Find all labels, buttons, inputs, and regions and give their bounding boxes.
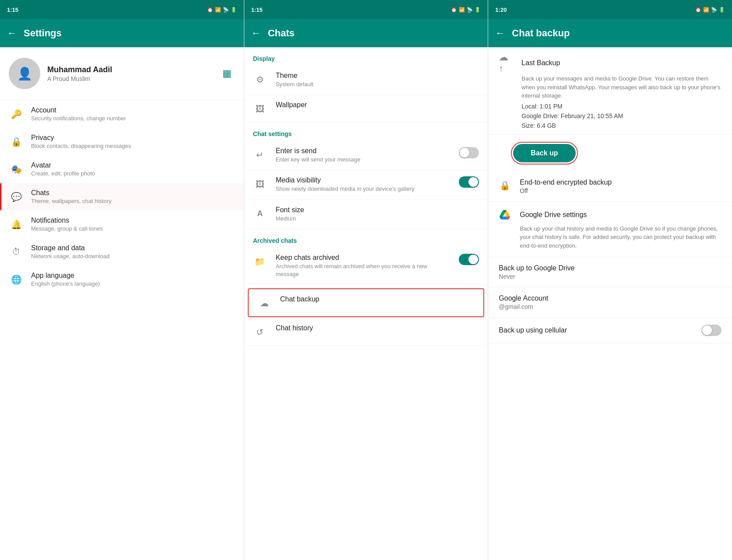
back-button-3[interactable]: ← — [495, 28, 505, 39]
settings-item-chats[interactable]: 💬 Chats Theme, wallpapers, chat history — [0, 183, 244, 210]
backup-button-border: Back up — [511, 142, 577, 164]
enter-send-title: Enter is send — [276, 147, 450, 155]
back-button-2[interactable]: ← — [251, 28, 261, 39]
keep-archived-item[interactable]: 📁 Keep chats archived Archived chats wil… — [244, 248, 488, 285]
privacy-sub: Block contacts, disappearing messages — [31, 143, 235, 149]
avatar-title: Avatar — [31, 161, 235, 169]
settings-item-avatar[interactable]: 🎭 Avatar Create, edit, profile photo — [0, 155, 244, 183]
privacy-icon: 🔒 — [10, 136, 22, 148]
wifi-icon: 📶 — [215, 7, 221, 13]
time-3: 1:20 — [495, 7, 507, 13]
media-visibility-item[interactable]: 🖼 Media visibility Show newly downloaded… — [244, 170, 488, 200]
language-title: App language — [31, 272, 235, 280]
font-size-title: Font size — [276, 206, 479, 214]
status-bar-3: 1:20 ⏰ 📶 📡 🔋 — [488, 0, 732, 19]
alarm-icon-3: ⏰ — [695, 7, 701, 13]
privacy-title: Privacy — [31, 134, 235, 142]
account-title: Account — [31, 106, 235, 114]
enter-send-sub: Enter key will send your message — [276, 156, 450, 164]
account-sub: Security notifications, change number — [31, 115, 235, 122]
media-visibility-toggle[interactable] — [459, 176, 479, 188]
keep-archived-sub: Archived chats will remain archived when… — [276, 262, 450, 278]
status-bar-2: 1:15 ⏰ 📶 📡 🔋 — [244, 0, 488, 19]
wifi-icon-3: 📶 — [703, 7, 709, 13]
gdrive-description: Back up your chat history and media to G… — [520, 224, 721, 250]
backup-to-drive-title: Back up to Google Drive — [499, 264, 721, 272]
enter-send-toggle[interactable] — [459, 147, 479, 158]
keep-archived-icon: 📁 — [253, 255, 267, 269]
avatar-icon: 🎭 — [10, 163, 22, 175]
signal-icon-3: 📡 — [711, 7, 717, 13]
media-visibility-title: Media visibility — [276, 176, 450, 184]
chats-content: Display ⚙ Theme System default 🖼 Wallpap… — [244, 47, 488, 560]
keep-archived-toggle[interactable] — [459, 254, 479, 265]
google-account-row[interactable]: Google Account @gmail.com — [488, 287, 732, 318]
chats-panel-title: Chats — [268, 28, 295, 39]
status-icons-2: ⏰ 📶 📡 🔋 — [451, 7, 481, 13]
wallpaper-title: Wallpaper — [276, 101, 479, 109]
chats-panel: 1:15 ⏰ 📶 📡 🔋 ← Chats Display ⚙ Theme Sys… — [244, 0, 489, 560]
theme-item[interactable]: ⚙ Theme System default — [244, 66, 488, 95]
profile-section[interactable]: 👤 Muhammad Aadil A Proud Muslim ▦ — [0, 47, 244, 100]
profile-info: Muhammad Aadil A Proud Muslim — [47, 65, 212, 82]
time-1: 1:15 — [7, 7, 18, 13]
e2e-backup-row[interactable]: 🔒 End-to-end encrypted backup Off — [488, 172, 732, 202]
google-account-title: Google Account — [499, 294, 721, 302]
settings-item-language[interactable]: 🌐 App language English (phone's language… — [0, 266, 244, 293]
backup-to-drive-value: Never — [499, 273, 721, 280]
battery-icon: 🔋 — [231, 7, 237, 13]
chat-backup-title: Chat backup — [280, 295, 475, 303]
chat-backup-header: ← Chat backup — [488, 19, 732, 47]
settings-header: ← Settings — [0, 19, 244, 47]
settings-title: Settings — [24, 28, 62, 39]
notifications-icon: 🔔 — [10, 218, 22, 231]
font-size-item[interactable]: A Font size Medium — [244, 200, 488, 229]
wallpaper-item[interactable]: 🖼 Wallpaper — [244, 95, 488, 122]
backup-size: Size: 6.4 GB — [521, 122, 721, 129]
chat-backup-panel: 1:20 ⏰ 📶 📡 🔋 ← Chat backup ☁↑ Last Backu… — [488, 0, 732, 560]
chat-backup-item[interactable]: ☁ Chat backup — [249, 289, 484, 316]
back-button-1[interactable]: ← — [7, 28, 17, 39]
settings-item-notifications[interactable]: 🔔 Notifications Message, group & call to… — [0, 210, 244, 238]
enter-send-icon: ↵ — [253, 148, 267, 162]
alarm-icon-2: ⏰ — [451, 7, 457, 13]
avatar: 👤 — [9, 58, 40, 89]
display-label: Display — [244, 47, 488, 66]
google-drive-icon — [499, 209, 511, 221]
backup-button[interactable]: Back up — [513, 144, 575, 162]
chat-backup-content: ☁↑ Last Backup Back up your messages and… — [488, 47, 732, 560]
language-icon: 🌐 — [10, 273, 22, 286]
upload-icon: ☁↑ — [499, 56, 513, 70]
qr-icon[interactable]: ▦ — [219, 66, 235, 81]
wallpaper-icon: 🖼 — [253, 102, 267, 116]
theme-icon: ⚙ — [253, 73, 267, 87]
chat-backup-icon: ☁ — [257, 296, 271, 310]
backup-cellular-toggle[interactable] — [701, 325, 721, 336]
alarm-icon: ⏰ — [207, 7, 213, 13]
notifications-title: Notifications — [31, 217, 235, 224]
settings-item-storage[interactable]: ⏱ Storage and data Network usage, auto-d… — [0, 238, 244, 266]
font-size-icon: A — [253, 207, 267, 221]
last-backup-section: ☁↑ Last Backup Back up your messages and… — [488, 47, 732, 135]
chat-history-title: Chat history — [276, 324, 479, 332]
storage-sub: Network usage, auto-download — [31, 253, 235, 259]
google-drive-settings-row[interactable]: Google Drive settings Back up your chat … — [488, 202, 732, 258]
battery-icon-3: 🔋 — [719, 7, 725, 13]
status-icons-3: ⏰ 📶 📡 🔋 — [695, 7, 725, 13]
settings-item-account[interactable]: 🔑 Account Security notifications, change… — [0, 100, 244, 128]
status-bar-1: 1:15 ⏰ 📶 📡 🔋 — [0, 0, 244, 19]
enter-send-item[interactable]: ↵ Enter is send Enter key will send your… — [244, 141, 488, 170]
backup-cellular-title: Back up using cellular — [499, 326, 567, 334]
wifi-icon-2: 📶 — [459, 7, 465, 13]
chat-settings-label: Chat settings — [244, 122, 488, 141]
chat-history-item[interactable]: ↺ Chat history — [244, 318, 488, 346]
e2e-title: End-to-end encrypted backup — [520, 178, 721, 186]
chats-title: Chats — [31, 189, 235, 197]
settings-content: 👤 Muhammad Aadil A Proud Muslim ▦ 🔑 Acco… — [0, 47, 244, 560]
media-visibility-sub: Show newly downloaded media in your devi… — [276, 185, 450, 193]
profile-status: A Proud Muslim — [47, 75, 212, 82]
settings-item-privacy[interactable]: 🔒 Privacy Block contacts, disappearing m… — [0, 128, 244, 155]
chat-history-icon: ↺ — [253, 325, 267, 339]
backup-to-drive-row[interactable]: Back up to Google Drive Never — [488, 257, 732, 287]
chats-header: ← Chats — [244, 19, 488, 47]
